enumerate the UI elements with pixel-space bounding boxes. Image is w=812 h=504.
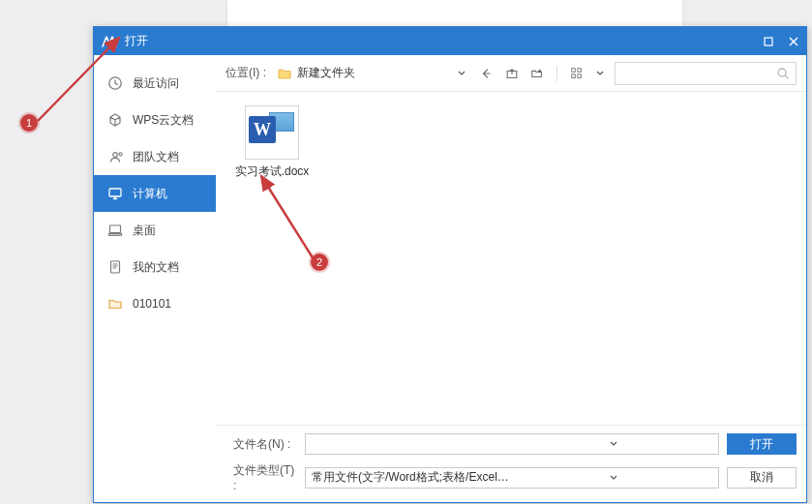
sidebar-item-label: 计算机 bbox=[133, 186, 167, 202]
location-toolbar: 位置(I) : 新建文件夹 bbox=[216, 55, 806, 92]
open-button[interactable]: 打开 bbox=[727, 433, 797, 455]
chevron-down-icon bbox=[610, 440, 617, 448]
search-button[interactable] bbox=[776, 67, 790, 80]
sidebar-item-team[interactable]: 团队文档 bbox=[94, 138, 216, 175]
svg-rect-3 bbox=[109, 189, 121, 196]
sidebar-item-label: 团队文档 bbox=[133, 149, 179, 165]
sidebar-item-wps-cloud[interactable]: WPS云文档 bbox=[94, 102, 216, 138]
location-select[interactable]: 新建文件夹 bbox=[274, 63, 448, 83]
callout-2: 2 bbox=[311, 253, 328, 271]
titlebar-title: 打开 bbox=[125, 33, 148, 49]
sidebar-item-label: WPS云文档 bbox=[133, 112, 194, 129]
svg-point-2 bbox=[113, 153, 118, 158]
folder-icon bbox=[107, 296, 123, 311]
svg-rect-6 bbox=[111, 261, 120, 273]
app-logo-icon bbox=[102, 34, 117, 49]
sidebar-item-computer[interactable]: 计算机 bbox=[94, 175, 216, 212]
sidebar-item-my-documents[interactable]: 我的文档 bbox=[94, 249, 216, 285]
sidebar-item-label: 最近访问 bbox=[133, 75, 179, 92]
up-folder-icon bbox=[505, 67, 519, 80]
svg-rect-5 bbox=[109, 234, 122, 236]
filetype-dropdown[interactable] bbox=[513, 471, 714, 485]
back-arrow-icon bbox=[480, 67, 494, 80]
doc-icon bbox=[107, 259, 123, 275]
svg-rect-11 bbox=[578, 74, 582, 77]
new-folder-icon bbox=[530, 67, 544, 80]
svg-rect-8 bbox=[572, 68, 576, 72]
search-box[interactable] bbox=[615, 62, 797, 85]
filetype-label: 文件类型(T) : bbox=[233, 462, 297, 492]
team-icon bbox=[107, 149, 123, 164]
file-name: 实习考试.docx bbox=[233, 163, 311, 180]
location-label: 位置(I) : bbox=[226, 65, 266, 81]
folder-icon bbox=[278, 68, 291, 79]
monitor-icon bbox=[107, 186, 123, 201]
clock-icon bbox=[107, 75, 123, 91]
filetype-combo[interactable]: 常用文件(文字/Word格式;表格/Excel格式;演示/PowerPoint格… bbox=[305, 467, 719, 489]
svg-rect-0 bbox=[765, 38, 772, 45]
sidebar-item-label: 我的文档 bbox=[133, 259, 179, 276]
desktop-icon bbox=[107, 222, 123, 238]
sidebar-item-label: 桌面 bbox=[133, 222, 156, 239]
up-button[interactable] bbox=[504, 66, 520, 81]
cloud-cube-icon bbox=[107, 112, 123, 128]
svg-rect-4 bbox=[110, 225, 121, 233]
chevron-down-icon bbox=[458, 70, 466, 77]
sidebar-item-recent[interactable]: 最近访问 bbox=[94, 65, 216, 102]
sidebar-item-label: 010101 bbox=[133, 297, 171, 311]
svg-point-12 bbox=[778, 69, 786, 76]
location-dropdown-button[interactable] bbox=[456, 64, 467, 83]
view-mode-button[interactable] bbox=[569, 66, 585, 81]
chevron-down-icon bbox=[596, 70, 604, 77]
file-list[interactable]: W 实习考试.docx bbox=[216, 92, 806, 425]
filename-combo[interactable] bbox=[305, 433, 719, 455]
sidebar-item-desktop[interactable]: 桌面 bbox=[94, 212, 216, 249]
current-folder-name: 新建文件夹 bbox=[297, 65, 355, 81]
back-button[interactable] bbox=[479, 66, 495, 81]
filename-label: 文件名(N) : bbox=[233, 436, 297, 453]
sidebar-item-folder-010101[interactable]: 010101 bbox=[94, 285, 216, 322]
word-icon: W bbox=[249, 116, 276, 143]
cancel-button[interactable]: 取消 bbox=[727, 467, 797, 489]
bottom-bar: 文件名(N) : 打开 文件类型(T) : 常用文件(文字/Word格式;表格 bbox=[216, 425, 806, 502]
view-mode-dropdown[interactable] bbox=[594, 64, 606, 83]
filename-dropdown[interactable] bbox=[513, 437, 714, 451]
chevron-down-icon bbox=[610, 474, 617, 482]
titlebar: 打开 bbox=[94, 27, 806, 55]
search-input[interactable] bbox=[621, 67, 776, 80]
open-dialog: 打开 最近访问 WPS云文档 团队文档 计算机 bbox=[93, 26, 807, 503]
toolbar-separator bbox=[556, 66, 557, 81]
filetype-value: 常用文件(文字/Word格式;表格/Excel格式;演示/PowerPoint格… bbox=[312, 469, 513, 486]
search-icon bbox=[776, 67, 790, 80]
sidebar: 最近访问 WPS云文档 团队文档 计算机 桌面 我的文档 bbox=[94, 55, 216, 502]
new-folder-button[interactable] bbox=[529, 66, 545, 81]
close-button[interactable] bbox=[781, 27, 806, 55]
file-thumbnail: W bbox=[245, 105, 299, 160]
svg-rect-10 bbox=[572, 74, 576, 77]
grid-view-icon bbox=[570, 67, 584, 80]
maximize-button[interactable] bbox=[756, 27, 781, 55]
file-item-docx[interactable]: W 实习考试.docx bbox=[233, 105, 311, 180]
background-page bbox=[227, 0, 682, 26]
callout-1: 1 bbox=[20, 114, 38, 132]
svg-rect-9 bbox=[578, 68, 582, 72]
